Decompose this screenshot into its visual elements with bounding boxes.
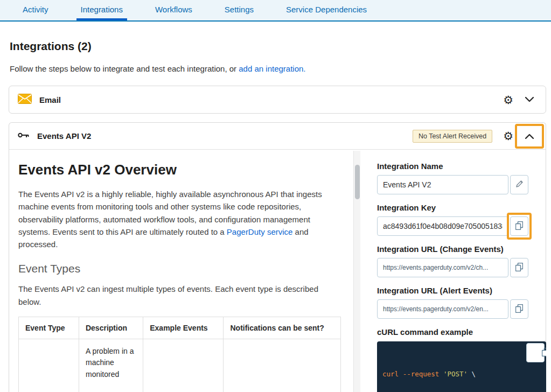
test-alert-status-badge: No Test Alert Received [413,130,492,143]
integration-key-label: Integration Key [377,203,546,213]
page-subtitle: Follow the steps below to integrate and … [10,64,306,73]
page-title: Integrations (2) [10,40,92,53]
tab-activity[interactable]: Activity [18,0,53,20]
service-tab-bar: Activity Integrations Workflows Settings… [0,0,551,22]
curl-code-block: curl --request 'POST' \ --url 'https://e… [377,341,546,392]
copy-icon [521,341,546,366]
tab-service-dependencies[interactable]: Service Dependencies [282,0,371,20]
url-alert-events-label: Integration URL (Alert Events) [377,286,546,296]
email-card-title: Email [39,95,61,104]
tab-settings[interactable]: Settings [220,0,258,20]
events-api-doc-pane: Events API v2 Overview The Events API v2… [9,151,360,392]
doc-scrollbar-thumb[interactable] [355,165,360,199]
copy-curl-button[interactable] [526,343,545,362]
email-icon [18,94,32,106]
tab-workflows[interactable]: Workflows [151,0,197,20]
chevron-down-icon [525,95,534,104]
doc-title: Events API v2 Overview [18,162,341,178]
events-card-header[interactable]: Events API V2 No Test Alert Received ⚙ [9,123,546,150]
col-notifications: Notifications can be sent? [224,317,341,339]
integration-name-input[interactable] [377,175,508,194]
col-description: Description [79,317,143,339]
code-line: curl --request 'POST' \ [382,368,541,380]
code-tail: \ [468,370,476,378]
url-change-events-input[interactable] [377,258,508,277]
event-types-table: Event Type Description Example Events No… [18,317,341,392]
events-card-title: Events API V2 [37,131,91,141]
email-card-header[interactable]: Email ⚙ [9,86,546,113]
integration-key-input[interactable] [377,216,508,236]
table-row: A problem in a machine monitored [19,339,341,392]
cell-event-type [19,339,79,392]
copy-icon [515,304,523,314]
doc-section-title: Event Types [18,262,341,275]
integration-details-sidebar: Integration Name Integration Key [377,151,546,392]
doc-section-text: The Events API v2 can ingest multiple ty… [18,283,335,308]
email-settings-gear-icon[interactable]: ⚙ [502,94,514,106]
events-api-key-icon [18,131,30,141]
code-string: 'POST' [443,370,468,378]
events-settings-gear-icon[interactable]: ⚙ [502,130,514,142]
table-header-row: Event Type Description Example Events No… [19,317,341,339]
cell-description: A problem in a machine monitored [79,339,143,392]
edit-integration-name-button[interactable] [510,175,528,194]
integration-name-label: Integration Name [377,162,546,171]
col-event-type: Event Type [19,317,79,339]
subtitle-text: Follow the steps below to integrate and … [10,64,239,73]
events-collapse-button[interactable] [522,129,537,144]
copy-integration-key-button[interactable] [510,216,528,236]
url-change-events-row [377,258,546,277]
url-alert-events-input[interactable] [377,299,508,319]
cell-notifications [224,339,341,392]
add-integration-link[interactable]: add an integration. [239,64,305,73]
doc-scrollbar[interactable] [353,151,360,392]
copy-icon [515,221,523,232]
col-example-events: Example Events [143,317,224,339]
chevron-up-icon [525,131,534,141]
copy-url-alert-button[interactable] [510,299,528,319]
url-change-events-label: Integration URL (Change Events) [377,244,546,254]
cell-example-events [143,339,224,392]
email-integration-card: Email ⚙ [9,86,546,114]
url-alert-events-row [377,299,546,319]
integration-name-row [377,175,546,194]
pencil-icon [515,180,524,190]
copy-url-change-button[interactable] [510,258,528,277]
email-expand-button[interactable] [522,92,537,107]
curl-example-label: cURL command example [377,327,546,337]
doc-intro-paragraph: The Events API v2 is a highly reliable, … [18,188,335,250]
copy-icon [515,263,523,273]
service-page: Activity Integrations Workflows Settings… [0,0,551,392]
pagerduty-service-link[interactable]: PagerDuty service [227,227,293,236]
code-flag: curl --request [382,370,443,378]
integration-key-row [377,216,546,236]
tab-integrations[interactable]: Integrations [76,0,127,20]
